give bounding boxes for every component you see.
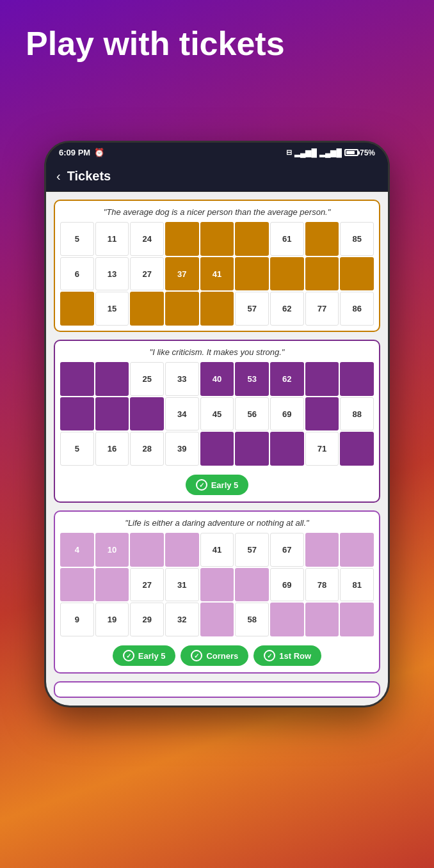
t3-cell-3-5 — [200, 603, 234, 636]
t3-cell-2-5 — [200, 568, 234, 602]
t3-cell-2-6 — [235, 568, 269, 602]
t3-cell-3-6: 58 — [235, 603, 269, 636]
ticket-2-quote: "I like criticism. It makes you strong." — [55, 341, 379, 362]
t2-cell-1-3: 25 — [130, 362, 164, 396]
nav-title: Tickets — [67, 169, 111, 184]
early5-badge-t2: ✓ Early 5 — [186, 475, 249, 495]
check-icon-2: ✓ — [191, 650, 202, 661]
t3-cell-2-1 — [60, 568, 94, 602]
cell-3-4 — [165, 292, 199, 326]
page-title: Play with tickets — [26, 26, 408, 62]
t2-cell-1-1 — [60, 362, 94, 396]
t2-cell-2-9: 88 — [340, 397, 374, 431]
t2-cell-2-7: 69 — [270, 397, 304, 431]
t3-cell-2-9: 81 — [340, 568, 374, 602]
cell-2-8 — [305, 257, 339, 291]
status-right: ⊟ ▂▄▆█ ▂▄▆█ 75% — [286, 148, 375, 157]
cell-3-9: 86 — [340, 292, 374, 326]
cell-2-7 — [270, 257, 304, 291]
signal-bars-1: ▂▄▆█ — [294, 148, 317, 157]
ticket-2-grid: 25 33 40 53 62 34 45 56 69 88 5 16 — [55, 362, 379, 471]
badge-label-1: Early 5 — [138, 651, 166, 661]
t2-cell-2-4: 34 — [165, 397, 199, 431]
ticket-card-3: "Life is either a daring adventure or no… — [54, 510, 380, 674]
t3-cell-2-7: 69 — [270, 568, 304, 602]
t2-cell-3-1: 5 — [60, 432, 94, 466]
cell-2-5: 41 — [200, 257, 234, 291]
t2-cell-3-4: 39 — [165, 432, 199, 466]
t2-cell-1-2 — [95, 362, 129, 396]
cell-3-6: 57 — [235, 292, 269, 326]
cell-1-7: 61 — [270, 222, 304, 256]
t2-cell-3-3: 28 — [130, 432, 164, 466]
t3-cell-3-2: 19 — [95, 603, 129, 636]
t2-cell-1-6: 53 — [235, 362, 269, 396]
t3-cell-2-3: 27 — [130, 568, 164, 602]
status-bar: 6:09 PM ⏰ ⊟ ▂▄▆█ ▂▄▆█ 75% — [46, 143, 388, 162]
title-area: Play with tickets — [0, 0, 434, 75]
cell-1-3: 24 — [130, 222, 164, 256]
t3-cell-1-5: 41 — [200, 533, 234, 567]
t2-cell-1-8 — [305, 362, 339, 396]
badge-label-3: 1st Row — [279, 651, 311, 661]
signal-icon: ⊟ — [286, 148, 292, 157]
cell-3-7: 62 — [270, 292, 304, 326]
t3-cell-1-6: 57 — [235, 533, 269, 567]
t2-cell-3-2: 16 — [95, 432, 129, 466]
ticket-1-grid: 5 11 24 61 85 6 13 27 37 41 — [55, 222, 379, 331]
cell-2-3: 27 — [130, 257, 164, 291]
ticket-card-2: "I like criticism. It makes you strong."… — [54, 340, 380, 503]
cell-3-8: 77 — [305, 292, 339, 326]
t2-cell-2-6: 56 — [235, 397, 269, 431]
t3-cell-3-3: 29 — [130, 603, 164, 636]
cell-2-9 — [340, 257, 374, 291]
t2-cell-2-1 — [60, 397, 94, 431]
badge-label: Early 5 — [211, 480, 239, 490]
alarm-icon: ⏰ — [94, 148, 104, 157]
ticket-card-4-partial — [54, 681, 380, 698]
t3-cell-3-9 — [340, 603, 374, 636]
ticket-2-badges: ✓ Early 5 — [55, 471, 379, 501]
badge-label-2: Corners — [206, 651, 238, 661]
t2-cell-3-7 — [270, 432, 304, 466]
t3-cell-2-4: 31 — [165, 568, 199, 602]
phone-mockup: 6:09 PM ⏰ ⊟ ▂▄▆█ ▂▄▆█ 75% ‹ Tickets "The… — [44, 141, 390, 707]
t3-cell-1-9 — [340, 533, 374, 567]
back-button[interactable]: ‹ — [56, 169, 61, 184]
cell-3-3 — [130, 292, 164, 326]
cell-2-6 — [235, 257, 269, 291]
ticket-3-grid: 4 10 41 57 67 27 31 69 78 81 9 — [55, 533, 379, 642]
cell-3-5 — [200, 292, 234, 326]
cell-1-2: 11 — [95, 222, 129, 256]
ticket-3-badges: ✓ Early 5 ✓ Corners ✓ 1st Row — [55, 642, 379, 672]
t3-cell-3-1: 9 — [60, 603, 94, 636]
phone-content: "The average dog is a nicer person than … — [46, 192, 388, 706]
t3-cell-1-1: 4 — [60, 533, 94, 567]
status-left: 6:09 PM ⏰ — [59, 148, 104, 157]
t3-cell-2-2 — [95, 568, 129, 602]
battery-indicator: 75% — [344, 148, 375, 157]
cell-3-1 — [60, 292, 94, 326]
t3-cell-1-8 — [305, 533, 339, 567]
cell-1-4 — [165, 222, 199, 256]
t3-cell-1-2: 10 — [95, 533, 129, 567]
cell-2-4: 37 — [165, 257, 199, 291]
firstrow-badge-t3: ✓ 1st Row — [253, 645, 321, 666]
early5-badge-t3: ✓ Early 5 — [113, 645, 176, 666]
t2-cell-1-4: 33 — [165, 362, 199, 396]
cell-1-6 — [235, 222, 269, 256]
status-time: 6:09 PM — [59, 148, 90, 157]
t2-cell-3-9 — [340, 432, 374, 466]
cell-1-1: 5 — [60, 222, 94, 256]
cell-2-1: 6 — [60, 257, 94, 291]
cell-1-8 — [305, 222, 339, 256]
ticket-4-quote — [55, 683, 379, 694]
ticket-card-1: "The average dog is a nicer person than … — [54, 200, 380, 332]
ticket-1-quote: "The average dog is a nicer person than … — [55, 201, 379, 222]
t3-cell-3-8 — [305, 603, 339, 636]
t3-cell-1-4 — [165, 533, 199, 567]
battery-percent: 75% — [360, 148, 375, 157]
cell-2-2: 13 — [95, 257, 129, 291]
check-icon-3: ✓ — [264, 650, 275, 661]
t3-cell-1-7: 67 — [270, 533, 304, 567]
